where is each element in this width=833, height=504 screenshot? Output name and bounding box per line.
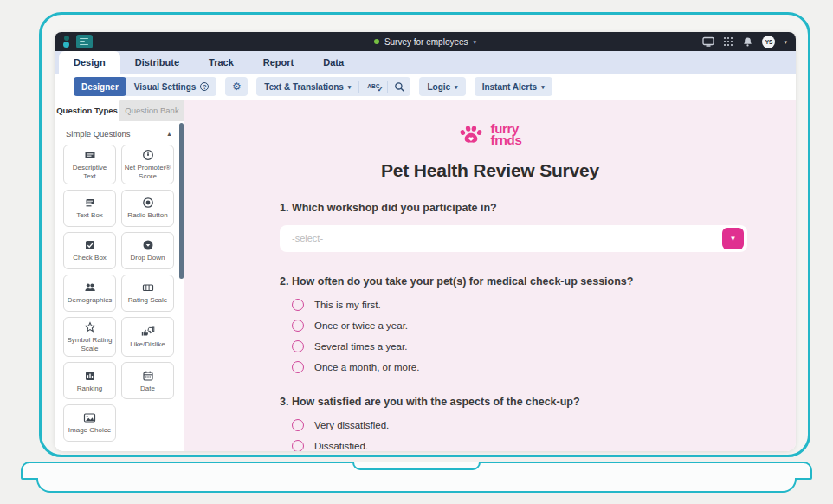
caret-down-icon: ▾: [455, 84, 458, 90]
select-dropdown-button[interactable]: ▼: [722, 228, 744, 249]
scale-grid-icon: [142, 281, 154, 294]
brand-wordmark: furry frnds: [490, 123, 521, 145]
display-mode-icon[interactable]: [702, 36, 714, 47]
dropdown-circle-icon: [142, 239, 154, 251]
radio-icon: [142, 197, 154, 209]
q3-option-2[interactable]: Dissatisfied.: [292, 440, 747, 451]
chat-square-icon: [84, 149, 96, 161]
image-icon: [83, 412, 96, 423]
tab-report[interactable]: Report: [249, 51, 308, 74]
text-translations-button[interactable]: Text & Translations ▾: [256, 77, 358, 96]
card-radio-button[interactable]: Radio Button: [121, 190, 174, 227]
survey-brand-logo: furry frnds: [184, 122, 796, 146]
card-symbol-rating-scale[interactable]: Symbol Rating Scale: [63, 317, 116, 357]
sidebar-scrollbar[interactable]: [179, 123, 184, 279]
survey-name: Survey for employees: [384, 37, 468, 47]
survey-canvas: furry frnds Pet Health Review Survey 1. …: [184, 100, 796, 451]
designer-button[interactable]: Designer: [74, 77, 126, 96]
apps-grid-icon[interactable]: [723, 36, 733, 47]
tab-data[interactable]: Data: [308, 51, 358, 74]
instant-alerts-button[interactable]: Instant Alerts ▾: [475, 77, 552, 96]
laptop-base-bottom: [36, 478, 797, 493]
survey-active-dot-icon: [374, 39, 379, 44]
question-2-label: 2. How often do you take your pet(s) for…: [280, 275, 747, 288]
card-rating-scale[interactable]: Rating Scale: [121, 275, 174, 312]
card-descriptive-text[interactable]: Descriptive Text: [63, 145, 116, 184]
sidebar-tab-question-types[interactable]: Question Types: [55, 100, 119, 121]
gear-icon: ⚙: [232, 81, 242, 93]
gauge-icon: [142, 149, 154, 161]
design-toolbar: Designer Visual Settings ? ⚙ Text & Tran…: [55, 74, 796, 100]
collapse-caret-up-icon: ▲: [166, 131, 172, 137]
simple-questions-section-header[interactable]: Simple Questions ▲: [55, 121, 184, 145]
thumbs-icon: [141, 326, 155, 338]
caret-down-icon: ▾: [541, 84, 545, 90]
card-like-dislike[interactable]: Like/Dislike: [121, 317, 174, 357]
notifications-bell-icon[interactable]: [742, 36, 753, 48]
radio-icon[interactable]: [292, 340, 304, 352]
card-date[interactable]: Date: [121, 362, 174, 399]
bar-chart-icon: [84, 370, 96, 382]
star-icon: [84, 321, 96, 333]
q2-option-3[interactable]: Several times a year.: [292, 340, 747, 352]
caret-down-icon: ▾: [474, 39, 477, 45]
sidebar-tab-question-bank[interactable]: Question Bank: [119, 100, 184, 121]
radio-icon[interactable]: [292, 440, 304, 451]
q2-option-4[interactable]: Once a month, or more.: [292, 361, 747, 373]
tab-distribute[interactable]: Distribute: [120, 51, 194, 74]
caret-down-icon: ▼: [730, 235, 737, 242]
people-icon: [84, 281, 96, 294]
laptop-base: [21, 462, 812, 480]
help-icon: ?: [200, 82, 209, 91]
spellcheck-button[interactable]: ABC✓: [359, 77, 387, 96]
laptop-base-notch: [352, 462, 481, 470]
question-types-sidebar: Question Types Question Bank Simple Ques…: [55, 100, 184, 451]
survey-title: Pet Health Review Survey: [184, 160, 796, 181]
account-caret-down-icon[interactable]: ▾: [784, 39, 787, 45]
radio-icon[interactable]: [292, 320, 304, 332]
paragraph-icon: [84, 197, 96, 209]
tab-track[interactable]: Track: [194, 51, 249, 74]
question-3-label: 3. How satisfied are you with the aspect…: [280, 396, 747, 408]
find-replace-button[interactable]: [388, 77, 410, 96]
visual-settings-button[interactable]: Visual Settings ?: [126, 77, 217, 96]
radio-icon[interactable]: [292, 419, 304, 431]
paw-icon: [458, 122, 484, 146]
caret-down-icon: ▾: [348, 84, 352, 90]
logic-button[interactable]: Logic ▾: [419, 77, 465, 96]
checkbox-icon: [84, 239, 96, 251]
app-window: Survey for employees ▾ YS ▾: [55, 32, 796, 451]
select-placeholder: -select-: [280, 225, 747, 252]
radio-icon[interactable]: [292, 299, 304, 311]
laptop-frame: Survey for employees ▾ YS ▾: [39, 12, 810, 457]
card-text-box[interactable]: Text Box: [63, 190, 116, 227]
calendar-icon: [142, 370, 154, 382]
user-avatar[interactable]: YS: [762, 36, 775, 48]
card-drop-down[interactable]: Drop Down: [121, 232, 174, 269]
card-demographics[interactable]: Demographics: [63, 275, 116, 312]
question-type-card-grid: Descriptive Text Net Promoter® Score Tex…: [55, 145, 184, 450]
card-image-choice[interactable]: Image Choice: [63, 404, 116, 442]
question-1-select[interactable]: -select- ▼: [280, 225, 747, 252]
question-1-label: 1. Which workshop did you participate in…: [280, 202, 747, 214]
radio-icon[interactable]: [292, 361, 304, 373]
survey-switcher[interactable]: Survey for employees ▾: [55, 37, 796, 47]
main-nav-tabs: Design Distribute Track Report Data: [55, 51, 796, 74]
spellcheck-check-icon: ✓: [378, 87, 384, 94]
card-net-promoter-score[interactable]: Net Promoter® Score: [121, 145, 174, 184]
card-check-box[interactable]: Check Box: [63, 232, 116, 269]
app-titlebar: Survey for employees ▾ YS ▾: [55, 32, 796, 51]
card-ranking[interactable]: Ranking: [63, 362, 116, 399]
q2-option-1[interactable]: This is my first.: [292, 299, 747, 311]
tab-design[interactable]: Design: [59, 51, 120, 74]
q3-option-1[interactable]: Very dissatisfied.: [292, 419, 747, 431]
search-icon: [394, 81, 405, 93]
settings-gear-button[interactable]: ⚙: [225, 77, 248, 96]
q2-option-2[interactable]: Once or twice a year.: [292, 320, 747, 332]
